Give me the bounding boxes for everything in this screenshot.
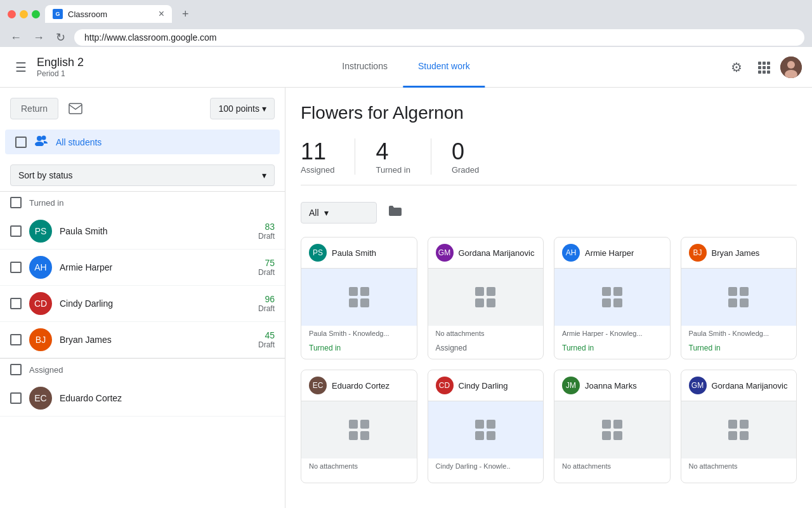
svg-rect-19	[360, 298, 369, 307]
svg-rect-46	[728, 431, 737, 440]
grade-status: Draft	[258, 340, 275, 349]
sort-label: Sort by status	[18, 170, 257, 180]
all-students-checkbox[interactable]	[15, 137, 27, 148]
forward-button[interactable]: →	[30, 29, 47, 47]
student-grade: 96 Draft	[258, 294, 275, 313]
all-students-row[interactable]: All students	[5, 130, 280, 154]
student-row[interactable]: PS Paula Smith 83 Draft	[0, 213, 285, 250]
card-status: Turned in	[554, 341, 670, 359]
filter-dropdown[interactable]: All ▾	[301, 202, 377, 224]
mail-button[interactable]	[63, 98, 88, 119]
grade-value: 45	[258, 330, 275, 340]
return-button[interactable]: Return	[10, 98, 58, 119]
back-button[interactable]: ←	[8, 29, 24, 47]
student-name: Paula Smith	[60, 226, 251, 236]
svg-rect-4	[763, 66, 766, 69]
student-checkbox[interactable]	[10, 334, 22, 345]
svg-rect-25	[613, 287, 622, 296]
student-checkbox[interactable]	[10, 392, 22, 404]
student-row[interactable]: EC Eduardo Cortez	[0, 380, 285, 417]
header-nav: Instructions Student work	[327, 47, 485, 88]
dot-red[interactable]	[8, 10, 16, 18]
card-name: Gordana Marijanovic	[712, 381, 788, 391]
app-subtitle: Period 1	[37, 69, 84, 78]
student-row[interactable]: CD Cindy Darling 96 Draft	[0, 286, 285, 322]
tab-close-icon[interactable]: ×	[159, 9, 164, 19]
student-card[interactable]: EC Eduardo Cortez No attachments	[301, 370, 417, 483]
sort-dropdown[interactable]: Sort by status ▾	[10, 164, 275, 186]
card-name: Eduardo Cortez	[332, 381, 390, 391]
points-label: 100 points	[218, 104, 259, 114]
svg-rect-16	[349, 287, 358, 296]
stat-item-assigned: 11 Assigned	[301, 138, 355, 175]
avatar[interactable]	[780, 57, 802, 78]
settings-button[interactable]: ⚙	[726, 55, 747, 80]
svg-rect-44	[728, 420, 737, 429]
turned-in-checkbox[interactable]	[10, 197, 22, 208]
student-card[interactable]: GM Gordana Marijanovic No attachments As…	[428, 237, 544, 359]
card-file-name: No attachments	[681, 458, 797, 474]
header-actions: ⚙	[726, 55, 802, 80]
app-header: ☰ English 2 Period 1 Instructions Studen…	[0, 47, 812, 88]
student-checkbox[interactable]	[10, 262, 22, 273]
card-file-name: Cindy Darling - Knowle..	[428, 458, 544, 474]
card-file-name: Armie Harper - Knowleg...	[554, 326, 670, 341]
svg-rect-28	[728, 287, 737, 296]
student-card[interactable]: BJ Bryan James Paula Smith - Knowledg...…	[681, 237, 797, 359]
card-header: EC Eduardo Cortez	[301, 370, 417, 401]
refresh-button[interactable]: ↻	[53, 28, 68, 47]
card-status	[301, 474, 417, 483]
turned-in-label: Turned in	[29, 198, 63, 208]
card-name: Joanna Marks	[585, 381, 637, 391]
student-card[interactable]: PS Paula Smith Paula Smith - Knowledg...…	[301, 237, 417, 359]
browser-chrome: G Classroom × + ← → ↻	[0, 0, 812, 47]
browser-tab[interactable]: G Classroom ×	[45, 5, 172, 23]
dot-green[interactable]	[32, 10, 40, 18]
student-name: Cindy Darling	[60, 298, 251, 309]
student-name: Eduardo Cortez	[60, 393, 267, 403]
points-dropdown[interactable]: 100 points ▾	[210, 98, 275, 119]
points-chevron-icon: ▾	[262, 104, 266, 114]
dot-yellow[interactable]	[20, 10, 28, 18]
stat-number: 11	[301, 138, 334, 165]
apps-button[interactable]	[752, 56, 775, 79]
assigned-checkbox[interactable]	[10, 364, 22, 375]
svg-rect-45	[740, 420, 749, 429]
svg-rect-27	[613, 298, 622, 307]
hamburger-icon[interactable]: ☰	[10, 55, 32, 80]
sidebar: Return 100 points ▾	[0, 88, 285, 508]
assignment-title: Flowers for Algernon	[301, 103, 797, 123]
svg-rect-37	[487, 420, 495, 429]
tab-student-work[interactable]: Student work	[403, 47, 485, 88]
address-bar-input[interactable]	[74, 29, 804, 46]
card-status: Turned in	[681, 341, 797, 359]
student-card[interactable]: JM Joanna Marks No attachments	[554, 370, 671, 483]
student-card[interactable]: CD Cindy Darling Cindy Darling - Knowle.…	[428, 370, 544, 483]
student-checkbox[interactable]	[10, 225, 22, 237]
new-tab-button[interactable]: +	[182, 8, 189, 21]
svg-rect-23	[487, 298, 495, 307]
svg-rect-1	[763, 62, 766, 65]
folder-button[interactable]	[384, 201, 406, 224]
address-bar-row: ← → ↻	[8, 28, 804, 47]
student-card[interactable]: GM Gordana Marijanovic No attachments	[681, 370, 797, 483]
card-status: Turned in	[301, 341, 417, 359]
stat-item-graded: 0 Graded	[452, 138, 499, 175]
student-checkbox[interactable]	[10, 298, 22, 309]
student-row[interactable]: BJ Bryan James 45 Draft	[0, 322, 285, 358]
svg-rect-6	[758, 70, 761, 74]
student-grade: 75 Draft	[258, 258, 275, 277]
card-header: GM Gordana Marijanovic	[428, 237, 544, 269]
student-row[interactable]: AH Armie Harper 75 Draft	[0, 250, 285, 286]
svg-rect-40	[602, 420, 611, 429]
student-card[interactable]: AH Armie Harper Armie Harper - Knowleg..…	[554, 237, 671, 359]
card-thumbnail	[681, 401, 797, 458]
svg-rect-31	[740, 298, 749, 307]
svg-rect-35	[360, 431, 369, 440]
card-file-name: No attachments	[428, 326, 544, 341]
student-avatar: CD	[29, 292, 52, 315]
svg-rect-17	[360, 287, 369, 296]
tab-instructions[interactable]: Instructions	[327, 47, 403, 88]
card-status	[681, 474, 797, 483]
card-avatar: PS	[309, 244, 327, 262]
